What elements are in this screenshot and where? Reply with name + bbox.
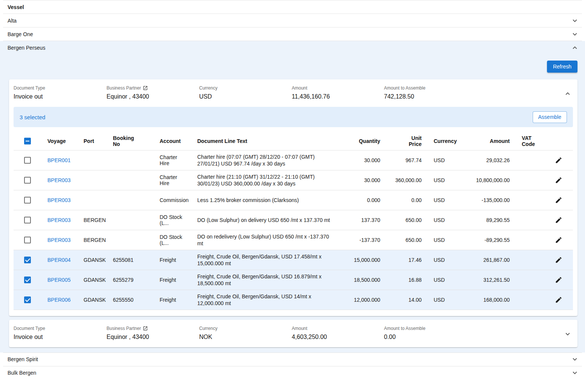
- business-partner-value: Equinor , 43400: [107, 93, 199, 100]
- col-header-vat-code: VAT Code: [516, 132, 552, 150]
- unit-price-cell: 14.00: [386, 290, 428, 310]
- voyage-link[interactable]: BPER003: [47, 177, 70, 183]
- business-partner-field: Business Partner Equinor , 43400: [107, 326, 199, 340]
- currency-field: Currency USD: [199, 85, 292, 100]
- col-header-currency: Currency: [428, 132, 461, 150]
- account-cell: Charter Hire: [154, 150, 191, 170]
- amount-to-assemble-label: Amount to Assemble: [384, 326, 559, 331]
- document-type-field: Document Type Invoice out: [14, 326, 107, 340]
- vat-code-cell: [516, 170, 552, 190]
- account-cell: Freight: [154, 290, 191, 310]
- currency-cell: USD: [428, 210, 461, 230]
- col-header-actions: [552, 132, 573, 150]
- amount-cell: 168,000.00: [461, 290, 516, 310]
- col-header-booking-no: Booking No: [107, 132, 154, 150]
- row-checkbox[interactable]: [24, 217, 31, 223]
- currency-cell: USD: [428, 270, 461, 290]
- amount-cell: 89,290.55: [461, 210, 516, 230]
- row-checkbox[interactable]: [24, 197, 31, 204]
- vessel-row-barge-one[interactable]: Barge One: [0, 27, 585, 41]
- vessel-list-header: Vessel: [0, 0, 585, 14]
- document-type-value: Invoice out: [14, 334, 107, 340]
- quantity-cell: -137.370: [341, 230, 386, 250]
- booking-no-cell: 6255550: [107, 290, 154, 310]
- vessel-row-bergen-perseus[interactable]: Bergen Perseus: [0, 41, 585, 54]
- voyage-link[interactable]: BPER005: [47, 277, 70, 283]
- selection-count: 3 selected: [20, 114, 45, 120]
- vessel-row-alta[interactable]: Alta: [0, 14, 585, 27]
- select-all-checkbox[interactable]: [24, 138, 31, 144]
- pencil-icon: [555, 216, 562, 224]
- pencil-icon: [555, 176, 562, 184]
- amount-label: Amount: [292, 85, 384, 91]
- booking-no-cell: [107, 150, 154, 170]
- amount-cell: 312,261.50: [461, 270, 516, 290]
- currency-cell: USD: [428, 290, 461, 310]
- document-card-usd: Document Type Invoice out Business Partn…: [9, 79, 577, 316]
- open-in-new-icon[interactable]: [143, 326, 148, 331]
- row-checkbox[interactable]: [24, 157, 31, 164]
- document-lines-table: Voyage Port Booking No Account Document …: [9, 132, 577, 316]
- edit-button[interactable]: [555, 276, 562, 284]
- row-checkbox[interactable]: [24, 296, 31, 303]
- currency-label: Currency: [199, 85, 292, 91]
- voyage-link[interactable]: BPER006: [47, 297, 70, 303]
- currency-cell: USD: [428, 190, 461, 210]
- edit-button[interactable]: [555, 196, 562, 204]
- unit-price-cell: 967.74: [386, 150, 428, 170]
- unit-price-cell: 650.00: [386, 230, 428, 250]
- pencil-icon: [555, 156, 562, 164]
- voyage-link[interactable]: BPER003: [47, 217, 70, 223]
- amount-cell: 29,032.26: [461, 150, 516, 170]
- quantity-cell: 15,000.000: [341, 250, 386, 270]
- row-checkbox[interactable]: [24, 257, 31, 263]
- edit-button[interactable]: [555, 156, 562, 164]
- unit-price-cell: 16.88: [386, 270, 428, 290]
- refresh-button[interactable]: Refresh: [547, 61, 577, 73]
- pencil-icon: [555, 236, 562, 244]
- edit-button[interactable]: [555, 256, 562, 264]
- document-type-label: Document Type: [14, 326, 107, 331]
- voyage-link[interactable]: BPER001: [47, 157, 70, 163]
- document-line-text-cell: Freight, Crude Oil, Bergen/Gdansk, USD 1…: [191, 250, 341, 270]
- table-row: BPER003 Commission Less 1.25% broker com…: [14, 190, 573, 210]
- document-line-text-cell: DO on redelivery (Low Sulphur) USD 650 /…: [191, 230, 341, 250]
- pencil-icon: [555, 196, 562, 204]
- selection-toolbar: 3 selected Assemble: [14, 107, 573, 127]
- quantity-cell: 30.000: [341, 170, 386, 190]
- business-partner-value: Equinor , 43400: [107, 334, 199, 340]
- quantity-cell: 12,000.000: [341, 290, 386, 310]
- account-cell: Freight: [154, 270, 191, 290]
- edit-button[interactable]: [555, 236, 562, 244]
- table-body: BPER001 Charter Hire Charter hire (07:07…: [14, 150, 573, 310]
- row-checkbox[interactable]: [24, 177, 31, 184]
- business-partner-label-text: Business Partner: [107, 326, 141, 331]
- collapse-document-button[interactable]: [562, 88, 573, 99]
- table-row: BPER003 BERGEN DO Stock (L... DO on rede…: [14, 230, 573, 250]
- currency-label: Currency: [199, 326, 292, 331]
- amount-to-assemble-value: 0.00: [384, 334, 559, 340]
- edit-button[interactable]: [555, 176, 562, 184]
- table-row: BPER004 GDANSK 6255081 Freight Freight, …: [14, 250, 573, 270]
- row-checkbox[interactable]: [24, 277, 31, 283]
- table-row: BPER006 GDANSK 6255550 Freight Freight, …: [14, 290, 573, 310]
- unit-price-cell: 360,000.00: [386, 170, 428, 190]
- edit-button[interactable]: [555, 216, 562, 224]
- booking-no-cell: [107, 170, 154, 190]
- chevron-down-icon: [571, 369, 579, 377]
- vessel-row-bulk-bergen[interactable]: Bulk Bergen: [0, 366, 585, 380]
- amount-field: Amount 11,436,160.76: [292, 85, 384, 100]
- document-line-text-cell: Freight, Crude Oil, Bergen/Gdansk, USD 1…: [191, 290, 341, 310]
- voyage-link[interactable]: BPER003: [47, 197, 70, 203]
- row-checkbox[interactable]: [24, 237, 31, 243]
- edit-button[interactable]: [555, 296, 562, 304]
- document-summary: Document Type Invoice out Business Partn…: [9, 79, 577, 107]
- voyage-link[interactable]: BPER003: [47, 237, 70, 243]
- quantity-cell: 18,500.000: [341, 270, 386, 290]
- open-in-new-icon[interactable]: [143, 85, 148, 91]
- expand-document-button[interactable]: [562, 329, 573, 339]
- quantity-cell: 137.370: [341, 210, 386, 230]
- vessel-row-bergen-spirit[interactable]: Bergen Spirit: [0, 353, 585, 366]
- assemble-button[interactable]: Assemble: [533, 111, 567, 123]
- voyage-link[interactable]: BPER004: [47, 257, 70, 263]
